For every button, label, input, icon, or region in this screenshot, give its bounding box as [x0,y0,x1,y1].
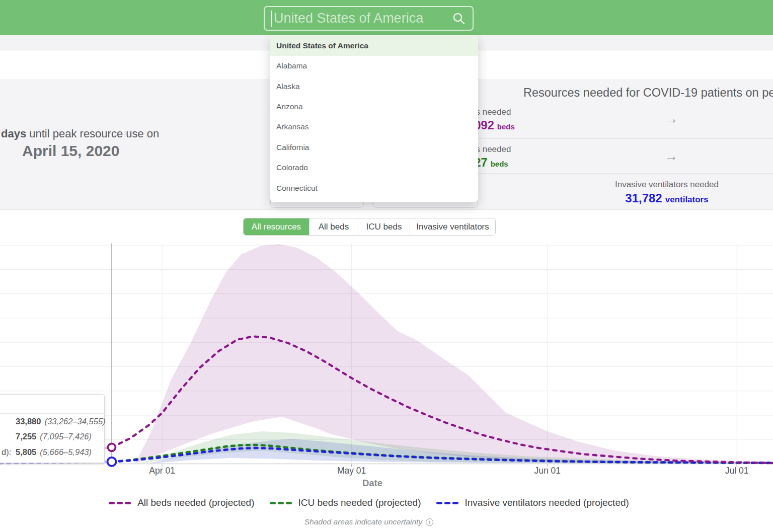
tooltip-label-fragment: d): [2,447,11,457]
resource-tabs: All resourcesAll bedsICU bedsInvasive ve… [243,218,496,236]
tooltip-value: 7,255 [16,432,36,441]
legend-item: All beds needed (projected) [109,497,254,508]
search-icon [452,12,466,25]
peak-date: April 15, 2020 [22,142,119,160]
all-beds-arrow-icon[interactable]: → [664,111,678,127]
tooltip-row-icu-beds: 7,255 (7,095–7,426) [0,429,104,445]
ventilators-label: Invasive ventilators needed [584,180,750,190]
location-dropdown: United States of America AlabamaAlaskaAr… [270,35,478,202]
x-tick-label: Apr 01 [149,466,175,476]
tooltip-range: (7,095–7,426) [40,432,92,441]
tab-icu-beds[interactable]: ICU beds [358,218,410,235]
all-beds-unit: beds [497,122,515,131]
text-caret [271,11,272,27]
peak-summary-line: days until peak resource use on [1,127,159,140]
dropdown-item-selected[interactable]: United States of America [270,35,478,56]
ventilators-stat: Invasive ventilators needed 31,782ventil… [584,180,750,205]
location-search-input[interactable]: United States of America [264,6,474,31]
chart-tooltip: 33,880 (33,262–34,555) 7,255 (7,095–7,42… [0,394,105,463]
legend-label: Invasive ventilators needed (projected) [465,497,629,508]
dropdown-item-arizona[interactable]: Arizona [270,97,478,117]
tab-all-beds[interactable]: All beds [309,218,358,235]
all-beds-uncertainty-band [135,244,772,464]
info-icon[interactable]: i [426,518,433,526]
resources-title: Resources needed for COVID-19 patients o… [523,86,773,100]
legend-label: ICU beds needed (projected) [298,497,421,508]
chart-legend: All beds needed (projected)ICU beds need… [0,497,738,508]
x-tick-label: Jun 01 [534,466,561,476]
search-placeholder: United States of America [274,11,452,26]
ventilators-value: 31,782ventilators [584,191,750,205]
x-tick-label: Jul 01 [725,466,749,476]
legend-dash-swatch-icon [436,502,458,504]
icu-beds-arrow-icon[interactable]: → [664,148,678,164]
dropdown-item-connecticut[interactable]: Connecticut [270,178,478,198]
tooltip-value: 5,805 [16,447,36,457]
panel-divider [477,173,773,174]
legend-label: All beds needed (projected) [137,497,254,508]
legend-item: ICU beds needed (projected) [270,497,421,508]
tooltip-header [0,395,104,414]
tooltip-range: (33,262–34,555) [44,417,105,426]
x-axis-title: Date [362,478,382,488]
legend-dash-swatch-icon [109,502,131,504]
tooltip-row-ventilators: d): 5,805 (5,666–5,943) [0,444,104,460]
peak-days-word: days [1,127,26,140]
panel-divider [477,138,773,139]
legend-item: Invasive ventilators needed (projected) [436,497,629,508]
dropdown-item-california[interactable]: California [270,137,478,158]
ihme-covid-projections-page: United States of America days until peak… [0,0,773,532]
icu-beds-unit: beds [491,160,508,168]
projection-chart[interactable]: Apr 01May 01Jun 01Jul 01Date [0,243,773,495]
legend-dash-swatch-icon [270,502,292,504]
tooltip-range: (5,666–5,943) [40,447,92,457]
ventilators-today-marker [108,458,116,466]
dropdown-item-alaska[interactable]: Alaska [270,76,478,96]
tooltip-row-all-beds: 33,880 (33,262–34,555) [0,414,104,429]
all_beds-today-marker [108,443,116,451]
peak-summary-rest: until peak resource use on [26,127,159,140]
tab-invasive-ventilators[interactable]: Invasive ventilators [410,218,495,235]
tooltip-value: 33,880 [16,417,41,426]
dropdown-item-arkansas[interactable]: Arkansas [270,117,478,137]
x-tick-label: May 01 [337,466,366,476]
uncertainty-caption: Shaded areas indicate uncertainty i [0,517,738,526]
ventilators-unit: ventilators [665,195,709,204]
dropdown-item-colorado[interactable]: Colorado [270,158,478,178]
top-header: United States of America [0,0,773,35]
dropdown-item-alabama[interactable]: Alabama [270,56,478,76]
tab-all-resources[interactable]: All resources [244,218,309,235]
